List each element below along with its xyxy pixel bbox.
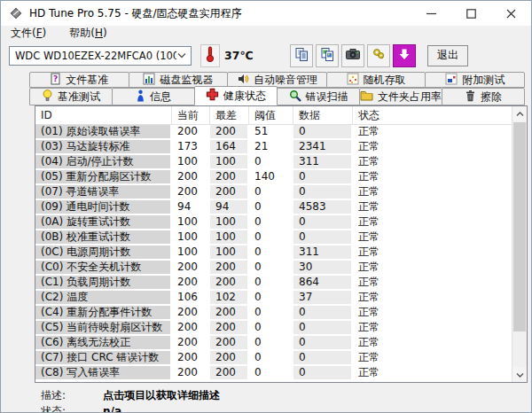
- table-row[interactable]: (C8) 写入错误率 200 200 0 0 正常: [35, 366, 512, 381]
- tab-health[interactable]: 健康状态: [194, 86, 278, 105]
- minimize-button[interactable]: [411, 1, 451, 26]
- table-row[interactable]: (C6) 离线无法校正 200 200 0 0 正常: [35, 336, 512, 351]
- column-header-worst[interactable]: 最差: [210, 106, 249, 124]
- tab-file-benchmark[interactable]: ? 文件基准: [29, 72, 129, 88]
- random-access-icon: [347, 73, 359, 88]
- cell-id: (05) 重新分配扇区计数: [35, 170, 172, 183]
- tab-info[interactable]: 信息: [112, 88, 195, 105]
- info-person-icon: [136, 90, 145, 105]
- cell-data: 0: [293, 321, 353, 334]
- tab-error-scan[interactable]: 错误扫描: [277, 88, 360, 105]
- cell-id: (07) 寻道错误率: [35, 185, 172, 199]
- cell-data: 0: [293, 351, 353, 364]
- cell-threshold: 0: [249, 306, 293, 319]
- column-header-threshold[interactable]: 阈值: [249, 106, 293, 124]
- maximize-button[interactable]: [451, 1, 491, 26]
- table-row[interactable]: (03) 马达旋转标准 173 164 21 2341 正常: [35, 140, 512, 155]
- cell-threshold: 0: [249, 366, 293, 379]
- table-row[interactable]: (04) 启动/停止计数 100 100 0 311 正常: [35, 155, 512, 170]
- column-header-data[interactable]: 数据: [293, 106, 353, 124]
- tab-extra-tests[interactable]: 附加测试: [425, 72, 525, 88]
- table-row[interactable]: (01) 原始读取错误率 200 200 51 0 正常: [35, 125, 512, 140]
- cell-data: 311: [293, 245, 353, 259]
- close-button[interactable]: [491, 1, 531, 26]
- tab-benchmark[interactable]: 基准测试: [29, 88, 113, 105]
- column-header-current[interactable]: 当前: [172, 106, 210, 124]
- tab-folder-usage[interactable]: 文件夹占用率: [359, 88, 442, 105]
- cell-threshold: 0: [249, 351, 293, 364]
- exit-button[interactable]: 退出: [427, 45, 468, 66]
- cell-threshold: 0: [249, 155, 293, 168]
- cell-threshold: 0: [249, 215, 293, 229]
- menu-help[interactable]: 帮助(H): [66, 26, 109, 41]
- cell-worst: 200: [210, 336, 249, 349]
- table-row[interactable]: (C4) 重新分配事件计数 200 200 0 0 正常: [35, 306, 512, 321]
- cell-status: 正常: [353, 351, 512, 364]
- table-row[interactable]: (07) 寻道错误率 200 200 0 0 正常: [35, 185, 512, 200]
- cell-current: 200: [172, 261, 210, 274]
- table-row[interactable]: (09) 通电时间计数 94 94 0 4583 正常: [35, 200, 512, 215]
- cell-worst: 200: [210, 170, 249, 183]
- options-button[interactable]: [367, 44, 390, 67]
- cell-data: 311: [293, 155, 353, 168]
- scroll-down-button[interactable]: [512, 367, 527, 382]
- cell-id: (C4) 重新分配事件计数: [35, 306, 172, 319]
- cell-worst: 200: [210, 351, 249, 364]
- cell-status: 正常: [353, 336, 512, 349]
- table-row[interactable]: (C1) 负载周期计数 200 200 0 864 正常: [35, 276, 512, 291]
- cell-current: 200: [172, 276, 210, 289]
- scroll-up-button[interactable]: [512, 106, 527, 121]
- cell-current: 200: [172, 170, 210, 183]
- table-row[interactable]: (C7) 接口 CRC 错误计数 200 200 0 0 正常: [35, 351, 512, 366]
- cell-id: (03) 马达旋转标准: [35, 140, 172, 153]
- title-bar: HD Tune Pro 5.75 - 硬盘/固态硬盘实用程序: [1, 1, 531, 26]
- cell-data: 0: [293, 170, 353, 183]
- description-label: 描述:: [41, 388, 103, 403]
- cell-current: 200: [172, 336, 210, 349]
- tab-erase[interactable]: 擦除: [442, 88, 525, 105]
- tab-row-main: 基准测试 信息 健康状态 错误扫描 文件夹占用率 擦除: [29, 88, 524, 105]
- scrollbar-track[interactable]: [512, 121, 527, 367]
- table-row[interactable]: (0C) 电源周期计数 100 100 0 311 正常: [35, 245, 512, 261]
- save-button[interactable]: [393, 44, 416, 67]
- table-row[interactable]: (05) 重新分配扇区计数 200 200 140 0 正常: [35, 170, 512, 185]
- cell-threshold: 140: [249, 170, 293, 183]
- scrollbar-thumb[interactable]: [513, 122, 526, 331]
- table-row[interactable]: (0A) 旋转重试计数 100 100 0 0 正常: [35, 215, 512, 230]
- table-row[interactable]: (C2) 温度 106 102 0 37 正常: [35, 291, 512, 306]
- menu-file[interactable]: 文件(F): [8, 26, 49, 41]
- copy-image-icon: [320, 47, 335, 65]
- cell-status: 正常: [353, 140, 512, 153]
- column-header-id[interactable]: ID: [35, 106, 172, 124]
- table-row[interactable]: (0B) 校准重试计数 100 100 0 0 正常: [35, 230, 512, 245]
- thermometer-icon: [205, 45, 215, 66]
- chevron-up-icon: [516, 112, 524, 117]
- cell-data: 0: [293, 306, 353, 319]
- vertical-scrollbar[interactable]: [512, 106, 527, 382]
- column-header-status[interactable]: 状态: [353, 106, 512, 124]
- cell-worst: 200: [210, 261, 249, 274]
- drive-select[interactable]: WDC WD10EZEX-22MFCA0 (1000 gB): [9, 46, 192, 66]
- svg-text:?: ?: [53, 74, 58, 83]
- table-row[interactable]: (C0) 不安全关机计数 200 200 0 30 正常: [35, 261, 512, 276]
- cell-threshold: 0: [249, 261, 293, 274]
- cell-worst: 200: [210, 366, 249, 379]
- copy-text-button[interactable]: [290, 44, 313, 67]
- smart-table-body: (01) 原始读取错误率 200 200 51 0 正常 (03) 马达旋转标准…: [35, 125, 512, 382]
- cell-data: 30: [293, 261, 353, 274]
- cell-worst: 200: [210, 321, 249, 334]
- copy-image-button[interactable]: [316, 44, 339, 67]
- cell-id: (04) 启动/停止计数: [35, 155, 172, 168]
- cell-worst: 102: [210, 291, 249, 304]
- table-row[interactable]: (C5) 当前待映射扇区计数 200 200 0 0 正常: [35, 321, 512, 336]
- cell-id: (C8) 写入错误率: [35, 366, 172, 379]
- cell-worst: 200: [210, 306, 249, 319]
- cell-data: 0: [293, 125, 353, 138]
- screenshot-button[interactable]: [341, 44, 364, 67]
- temperature-button[interactable]: [200, 44, 220, 67]
- footer-panel: 描述: 点击项目以获取详细描述 状态: n/a: [1, 383, 531, 412]
- tab-random-access[interactable]: 随机存取: [326, 72, 426, 88]
- app-icon: [9, 6, 23, 20]
- cell-data: 0: [293, 366, 353, 379]
- cell-threshold: 0: [249, 291, 293, 304]
